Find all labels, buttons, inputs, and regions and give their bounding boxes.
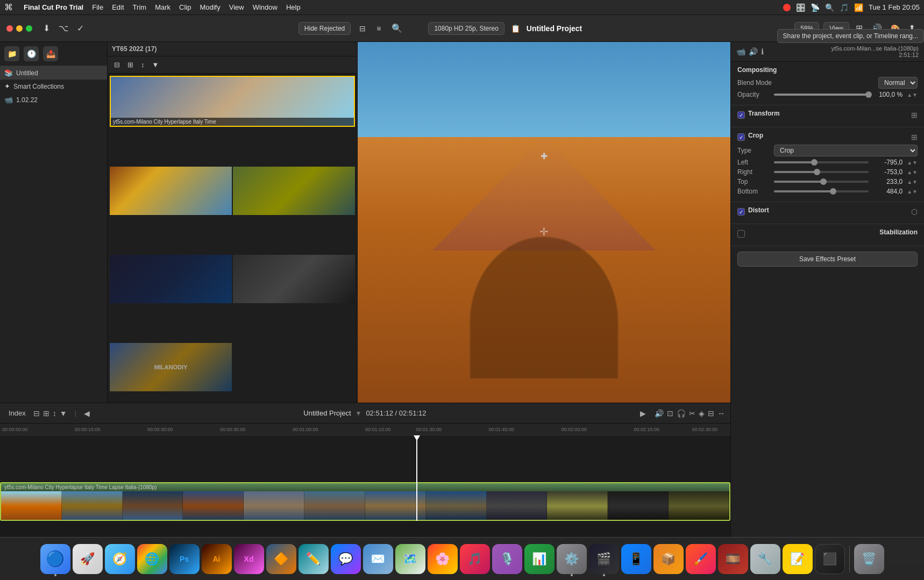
transform-expand-icon[interactable]: ⊞ [911,111,918,119]
menu-trim[interactable]: Trim [133,3,147,11]
media-clip-3[interactable] [233,167,355,215]
dock-terminal[interactable]: ⬛ [815,544,845,574]
tl-dropdown-arrow[interactable]: ▼ [356,410,362,417]
dock-finder[interactable]: 🔵 [40,544,70,574]
tl-blade-icon[interactable]: ✂ [689,409,695,418]
dock-affinity[interactable]: ✏️ [298,544,329,574]
tl-marker-icon[interactable]: ◈ [699,409,705,418]
dock-messenger[interactable]: 💬 [331,544,361,574]
menu-clip[interactable]: Clip [179,3,191,11]
timeline-project-name[interactable]: Untitled Project [303,409,351,417]
menu-view[interactable]: View [229,3,244,11]
browser-dropdown-btn[interactable]: ▼ [150,59,161,71]
media-clip-4[interactable] [110,255,232,303]
tl-solo-icon[interactable]: ⊡ [667,409,673,418]
playhead[interactable] [416,435,417,521]
dock-pixelmator[interactable]: 🖌️ [686,544,716,574]
sidebar-icon-2[interactable]: 🕐 [24,46,39,61]
dock-podcasts[interactable]: 🎙️ [492,544,522,574]
crop-left-slider[interactable] [774,161,869,163]
dock-music[interactable]: 🎵 [460,544,490,574]
tl-icon-4[interactable]: ▼ [60,409,67,418]
tl-snap-icon[interactable]: ⊟ [708,409,714,418]
tl-audio-icon[interactable]: 🔊 [655,409,664,418]
distort-checkbox[interactable]: ✓ [737,208,745,216]
tl-icon-1[interactable]: ⊟ [33,409,40,418]
save-button[interactable]: ⬇ [41,21,52,35]
search-btn[interactable]: 🔍 [389,21,404,35]
menu-mark[interactable]: Mark [155,3,170,11]
dock-migrate[interactable]: 📦 [653,544,684,574]
tl-icon-3[interactable]: ↕ [53,409,56,418]
tl-back-btn[interactable]: ◀ [84,409,90,418]
media-clip-2[interactable] [110,167,232,215]
dock-photos[interactable]: 🌸 [428,544,458,574]
opacity-stepper[interactable]: ▲▼ [907,92,918,98]
save-effects-preset-btn[interactable]: Save Effects Preset [737,252,918,267]
browser-sort-btn[interactable]: ↕ [139,59,147,71]
menu-modify[interactable]: Modify [200,3,220,11]
menu-edit[interactable]: Edit [112,3,124,11]
dock-illustrator[interactable]: Ai [202,544,232,574]
inspector-video-icon[interactable]: 📹 [736,47,745,56]
sidebar-icon-3[interactable]: 📤 [43,46,58,61]
crop-top-stepper[interactable]: ▲▼ [907,179,918,185]
dock-chrome[interactable]: 🌐 [137,544,167,574]
check-button[interactable]: ✓ [75,21,86,35]
transform-checkbox[interactable]: ✓ [737,111,745,119]
keyframe-button[interactable]: ⌥ [56,21,70,35]
dock-xd[interactable]: Xd [234,544,264,574]
crop-right-slider[interactable] [774,171,869,173]
menu-help[interactable]: Help [286,3,301,11]
stabilization-checkbox[interactable] [737,230,745,238]
browser-view-btn-1[interactable]: ⊟ [112,59,122,71]
grid-view-btn[interactable]: ⊟ [357,22,368,35]
dock-photoshop[interactable]: Ps [169,544,200,574]
crop-left-stepper[interactable]: ▲▼ [907,160,918,166]
crop-bottom-slider[interactable] [774,190,869,192]
distort-expand-icon[interactable]: ⬡ [911,207,918,216]
tl-forward-btn[interactable]: ▶ [640,409,646,418]
maximize-button[interactable] [26,25,32,32]
media-clip-6[interactable]: MILANODIY [110,343,232,391]
close-button[interactable] [6,25,13,32]
crop-right-stepper[interactable]: ▲▼ [907,169,918,175]
list-view-btn[interactable]: ≡ [374,22,383,35]
browser-view-btn-2[interactable]: ⊞ [125,59,136,71]
media-clip-5[interactable] [233,255,355,303]
blend-mode-select[interactable]: Normal [878,77,918,89]
minimize-button[interactable] [16,25,23,32]
tl-icon-2[interactable]: ⊞ [43,409,49,418]
crop-checkbox[interactable]: ✓ [737,133,745,141]
dock-davinci[interactable]: 🎞️ [718,544,748,574]
dock-system-prefs[interactable]: ⚙️ [557,544,587,574]
hide-rejected-btn[interactable]: Hide Rejected [298,22,351,35]
menu-file[interactable]: File [92,3,103,11]
crop-bottom-stepper[interactable]: ▲▼ [907,189,918,195]
dock-mail[interactable]: ✉️ [363,544,393,574]
media-clip-1[interactable]: yt5s.com-Milano City Hyperlapse Italy Ti… [110,76,355,127]
inspector-audio-icon[interactable]: 🔊 [749,47,758,56]
dock-control[interactable]: 🔧 [750,544,780,574]
opacity-slider[interactable] [774,94,869,96]
crop-top-slider[interactable] [774,181,869,183]
dock-trash[interactable]: 🗑️ [854,544,884,574]
dock-fcpx[interactable]: 🎬 [589,544,619,574]
crop-type-select[interactable]: Crop [774,145,918,156]
index-button[interactable]: Index [5,408,29,418]
dock-launchpad[interactable]: 🚀 [73,544,103,574]
dock-safari[interactable]: 🧭 [105,544,135,574]
inspector-info-icon[interactable]: ℹ [761,47,764,56]
sidebar-item-untitled[interactable]: 📚 Untitled [0,66,107,80]
dock-blender[interactable]: 🔶 [266,544,296,574]
tl-headphone-icon[interactable]: 🎧 [677,409,686,418]
dock-numbers[interactable]: 📊 [524,544,555,574]
dock-maps[interactable]: 🗺️ [395,544,425,574]
sidebar-item-1-02-22[interactable]: 📹 1.02.22 [0,93,107,106]
crop-expand-icon[interactable]: ⊞ [911,133,918,141]
sidebar-icon-1[interactable]: 📁 [4,46,19,61]
video-clip-1[interactable]: yt5s.com-Milano City Hyperlapse Italy Ti… [0,482,730,521]
dock-notes[interactable]: 📝 [783,544,813,574]
dock-appstore[interactable]: 📱 [621,544,651,574]
sidebar-item-smart-collections[interactable]: ✦ Smart Collections [0,80,107,93]
